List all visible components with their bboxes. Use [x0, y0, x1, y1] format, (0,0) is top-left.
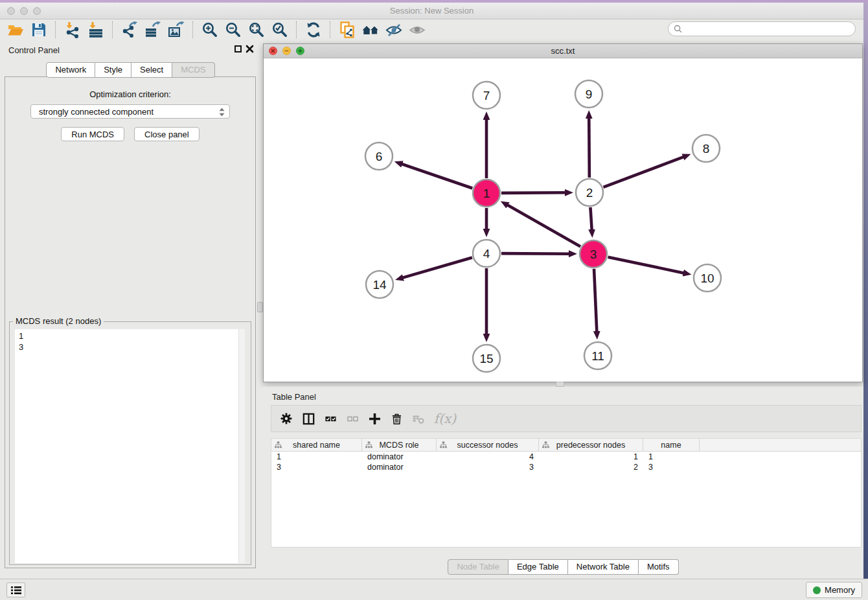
hide-selected-icon[interactable] [382, 20, 405, 40]
node-14[interactable]: 14 [366, 271, 393, 298]
network-canvas[interactable]: 7968124314101511 [264, 58, 862, 382]
table-toolbar: f(x) [271, 405, 862, 432]
split-handle-horizontal[interactable] [556, 382, 564, 387]
export-network-icon[interactable] [118, 20, 141, 40]
edge-2-3[interactable] [590, 207, 591, 230]
network-window-titlebar[interactable]: scc.txt [264, 44, 862, 58]
memory-button[interactable]: Memory [806, 582, 862, 598]
run-mcds-button[interactable]: Run MCDS [61, 127, 124, 141]
node-2[interactable]: 2 [576, 179, 603, 206]
network-window-title: scc.txt [264, 46, 862, 56]
delete-column-icon[interactable] [387, 409, 406, 428]
toolbar-separator [192, 21, 194, 38]
svg-text:8: 8 [703, 142, 710, 156]
edge-4-14[interactable] [403, 257, 472, 277]
node-1[interactable]: 1 [473, 179, 500, 207]
app-title: Session: New Session [0, 6, 863, 16]
close-panel-icon[interactable] [246, 45, 254, 53]
svg-text:14: 14 [372, 278, 387, 292]
node-6[interactable]: 6 [365, 143, 393, 170]
edge-4-3[interactable] [501, 253, 569, 254]
node-table[interactable]: shared nameMCDS rolesuccessor nodesprede… [271, 438, 862, 548]
svg-text:7: 7 [483, 89, 490, 102]
search-box[interactable] [668, 21, 856, 36]
criterion-select[interactable]: strongly connected component [30, 104, 230, 119]
tab-style[interactable]: Style [95, 62, 131, 78]
function-builder-icon: f(x) [431, 409, 459, 428]
edge-3-1[interactable] [507, 205, 580, 246]
node-4[interactable]: 4 [473, 240, 500, 267]
node-7[interactable]: 7 [473, 82, 500, 109]
column-chooser-icon[interactable] [299, 409, 318, 428]
mcds-panel: Optimization criterion: strongly connect… [5, 76, 256, 568]
node-15[interactable]: 15 [473, 345, 500, 372]
task-history-button[interactable] [6, 583, 25, 597]
tab-network[interactable]: Network [46, 62, 95, 78]
svg-text:3: 3 [590, 248, 597, 261]
table-row[interactable]: 1dominator411 [271, 452, 861, 462]
tab-node-table[interactable]: Node Table [448, 559, 508, 575]
table-header-row: shared nameMCDS rolesuccessor nodesprede… [271, 439, 861, 452]
float-panel-icon[interactable] [234, 45, 242, 52]
first-neighbors-icon[interactable] [359, 20, 382, 40]
svg-text:1: 1 [483, 187, 490, 200]
zoom-out-icon[interactable] [222, 20, 245, 40]
node-3[interactable]: 3 [580, 240, 607, 268]
add-column-icon[interactable] [365, 409, 384, 428]
control-panel-title: Control Panel [8, 45, 60, 55]
mcds-result-textarea[interactable]: 1 3 [15, 329, 245, 563]
settings-icon[interactable] [277, 409, 296, 428]
apply-layout-icon[interactable] [302, 20, 325, 40]
deselect-all-columns-icon[interactable] [343, 409, 362, 428]
search-input[interactable] [685, 23, 855, 34]
select-all-columns-icon[interactable] [321, 409, 340, 428]
edge-3-10[interactable] [608, 257, 684, 273]
table-row[interactable]: 3dominator323 [271, 462, 861, 472]
edge-1-2[interactable] [501, 192, 565, 193]
import-table-icon[interactable] [84, 20, 108, 40]
column-header-shared-name[interactable]: shared name [271, 439, 362, 451]
export-image-icon[interactable] [165, 20, 188, 40]
main-toolbar-groups [4, 20, 429, 40]
tab-motifs[interactable]: Motifs [639, 559, 679, 575]
toolbar-separator [296, 21, 297, 38]
network-view-window: scc.txt 7968124314101511 [263, 43, 863, 382]
node-11[interactable]: 11 [584, 342, 611, 369]
edge-2-8[interactable] [604, 157, 684, 187]
split-handle-vertical[interactable] [257, 302, 263, 312]
select-stepper-icon [218, 107, 226, 117]
svg-text:10: 10 [700, 271, 714, 285]
node-10[interactable]: 10 [694, 264, 721, 292]
tab-select[interactable]: Select [131, 62, 172, 78]
control-panel-header: Control Panel [0, 40, 261, 57]
zoom-in-icon[interactable] [198, 20, 222, 40]
app-titlebar: Session: New Session [0, 3, 863, 19]
tab-edge-table[interactable]: Edge Table [508, 559, 568, 575]
edge-3-11[interactable] [594, 269, 597, 332]
optimization-criterion-label: Optimization criterion: [5, 89, 255, 99]
zoom-fit-icon[interactable] [245, 20, 268, 40]
tab-mcds[interactable]: MCDS [172, 62, 214, 78]
edge-1-6[interactable] [402, 164, 472, 189]
save-session-icon[interactable] [27, 20, 51, 40]
column-header-mcds-role[interactable]: MCDS role [362, 439, 437, 451]
export-table-icon[interactable] [141, 20, 165, 40]
zoom-selected-icon[interactable] [268, 20, 291, 40]
import-network-icon[interactable] [61, 20, 84, 40]
node-8[interactable]: 8 [692, 135, 720, 162]
tab-network-table[interactable]: Network Table [568, 559, 639, 575]
close-panel-button[interactable]: Close panel [134, 127, 200, 141]
column-header-successor-nodes[interactable]: successor nodes [437, 439, 539, 451]
svg-text:9: 9 [586, 87, 593, 101]
criterion-value: strongly connected component [39, 107, 154, 117]
toolbar-separator [112, 21, 113, 38]
open-session-icon[interactable] [4, 20, 27, 40]
node-9[interactable]: 9 [575, 80, 602, 108]
result-scrollbar[interactable] [238, 329, 245, 563]
table-body: 1dominator4113dominator323 [271, 452, 861, 472]
column-header-predecessor-nodes[interactable]: predecessor nodes [539, 439, 643, 451]
column-header-name[interactable]: name [643, 439, 700, 451]
list-icon [10, 585, 22, 595]
network-from-selection-icon[interactable] [336, 20, 359, 40]
edge-2-9[interactable] [589, 118, 589, 178]
